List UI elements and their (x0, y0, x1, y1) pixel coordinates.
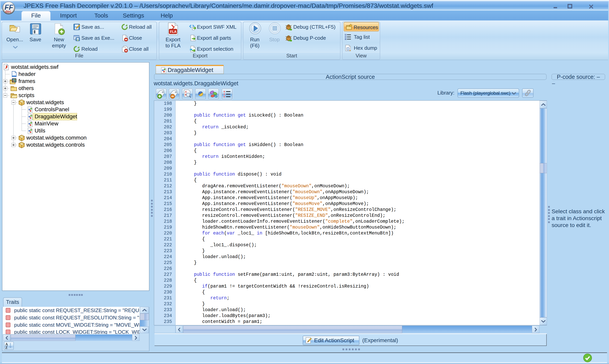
svg-text:A: A (185, 91, 187, 93)
svg-text:Z: Z (5, 346, 8, 349)
svg-text:FLA: FLA (170, 30, 177, 34)
svg-text:dec: dec (5, 10, 11, 13)
